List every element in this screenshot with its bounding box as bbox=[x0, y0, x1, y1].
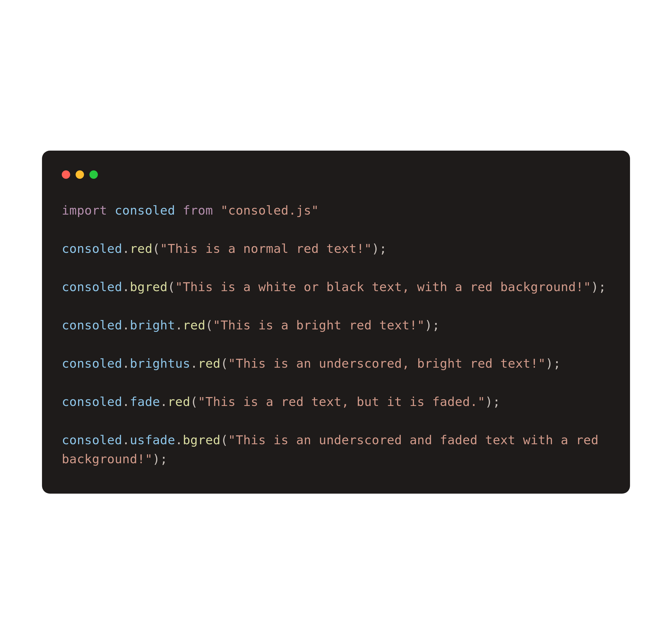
punct-token: ( bbox=[220, 433, 228, 447]
identifier-token: brightus bbox=[130, 356, 190, 370]
identifier-token: fade bbox=[130, 394, 160, 409]
string-token: "consoled.js" bbox=[220, 203, 319, 218]
code-block: import consoled from "consoled.js" conso… bbox=[62, 201, 610, 469]
method-token: red bbox=[198, 356, 220, 370]
identifier-token: consoled bbox=[62, 280, 122, 294]
punct-token: ); bbox=[546, 356, 561, 370]
identifier-token: consoled bbox=[115, 203, 175, 218]
punct-token: ( bbox=[153, 242, 160, 256]
method-token: bgred bbox=[130, 280, 168, 294]
traffic-lights bbox=[62, 170, 610, 179]
method-token: bgred bbox=[183, 433, 220, 447]
punct-token bbox=[213, 203, 220, 218]
punct-token: ( bbox=[205, 318, 213, 332]
punct-token: . bbox=[122, 356, 130, 370]
identifier-token: consoled bbox=[62, 356, 122, 370]
punct-token bbox=[175, 203, 183, 218]
string-token: "This is a normal red text!" bbox=[160, 242, 372, 256]
punct-token: . bbox=[122, 394, 130, 409]
identifier-token: consoled bbox=[62, 394, 122, 409]
method-token: red bbox=[130, 242, 153, 256]
minimize-icon[interactable] bbox=[75, 170, 84, 179]
punct-token bbox=[107, 203, 115, 218]
punct-token: ( bbox=[190, 394, 198, 409]
punct-token: . bbox=[122, 280, 130, 294]
string-token: "This is a white or black text, with a r… bbox=[175, 280, 591, 294]
punct-token: . bbox=[122, 433, 130, 447]
punct-token: ); bbox=[372, 242, 387, 256]
string-token: "This is an underscored, bright red text… bbox=[228, 356, 545, 370]
string-token: "This is a bright red text!" bbox=[213, 318, 425, 332]
punct-token: . bbox=[175, 433, 183, 447]
punct-token: ( bbox=[168, 280, 175, 294]
identifier-token: bright bbox=[130, 318, 175, 332]
method-token: red bbox=[168, 394, 190, 409]
punct-token: ); bbox=[591, 280, 606, 294]
keyword-token: import bbox=[62, 203, 107, 218]
punct-token: . bbox=[175, 318, 183, 332]
close-icon[interactable] bbox=[62, 170, 70, 179]
method-token: red bbox=[183, 318, 206, 332]
punct-token: ); bbox=[153, 452, 168, 466]
punct-token: ( bbox=[220, 356, 228, 370]
punct-token: ); bbox=[485, 394, 500, 409]
code-window: import consoled from "consoled.js" conso… bbox=[42, 150, 630, 494]
punct-token: . bbox=[160, 394, 168, 409]
punct-token: . bbox=[122, 318, 130, 332]
keyword-token: from bbox=[183, 203, 213, 218]
punct-token: . bbox=[122, 242, 130, 256]
punct-token: . bbox=[190, 356, 198, 370]
identifier-token: consoled bbox=[62, 318, 122, 332]
identifier-token: usfade bbox=[130, 433, 175, 447]
zoom-icon[interactable] bbox=[89, 170, 98, 179]
identifier-token: consoled bbox=[62, 242, 122, 256]
punct-token: ); bbox=[425, 318, 440, 332]
string-token: "This is a red text, but it is faded." bbox=[198, 394, 485, 409]
identifier-token: consoled bbox=[62, 433, 122, 447]
